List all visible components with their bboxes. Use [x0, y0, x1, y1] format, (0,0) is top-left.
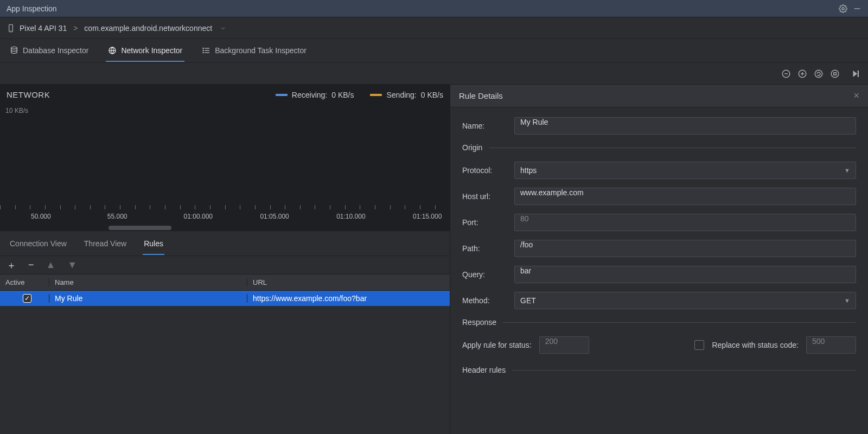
breadcrumb-device: Pixel 4 API 31: [20, 24, 67, 33]
header-rules-section: Header rules: [462, 366, 856, 374]
database-icon: [10, 46, 18, 55]
svg-point-11: [203, 50, 203, 50]
tick-label: 01:10.000: [335, 213, 412, 220]
svg-point-0: [842, 8, 844, 10]
receiving-swatch: [276, 94, 288, 96]
tab-connection-view[interactable]: Connection View: [9, 233, 68, 254]
origin-section: Origin: [462, 143, 856, 152]
svg-rect-20: [834, 72, 837, 75]
col-header-active[interactable]: Active: [0, 278, 49, 286]
tick-label: 01:15.000: [412, 213, 450, 220]
name-label: Name:: [462, 122, 507, 130]
network-chart[interactable]: NETWORK Receiving: 0 KB/s Sending: 0 KB/…: [0, 85, 450, 231]
tab-label: Network Inspector: [121, 46, 182, 55]
breadcrumb[interactable]: Pixel 4 API 31 > com.example.android.net…: [0, 17, 868, 39]
col-header-url[interactable]: URL: [247, 278, 450, 286]
replace-status-checkbox[interactable]: [694, 340, 704, 350]
network-title: NETWORK: [7, 90, 50, 99]
apply-status-input[interactable]: 200: [539, 336, 589, 354]
rules-table: Active Name URL ✓ My Rule https://www.ex…: [0, 275, 450, 434]
tab-background-inspector[interactable]: Background Task Inspector: [200, 40, 309, 62]
svg-point-19: [831, 70, 839, 78]
row-name: My Rule: [49, 294, 247, 303]
globe-icon: [108, 46, 117, 55]
timeline-axis[interactable]: 50.000 55.000 01:00.000 01:05.000 01:10.…: [0, 205, 450, 231]
chevron-down-icon: ▼: [844, 167, 850, 174]
method-label: Method:: [462, 296, 507, 305]
chevron-down-icon[interactable]: [220, 25, 226, 31]
sending-swatch: [370, 94, 382, 96]
remove-icon[interactable]: −: [28, 259, 34, 271]
tab-network-inspector[interactable]: Network Inspector: [106, 40, 184, 62]
close-icon[interactable]: ×: [853, 90, 859, 101]
apply-status-label: Apply rule for status:: [462, 341, 532, 349]
zoom-out-icon[interactable]: [781, 69, 791, 79]
tick-label: 01:00.000: [183, 213, 259, 220]
zoom-in-icon[interactable]: [797, 69, 807, 79]
table-row[interactable]: ✓ My Rule https://www.example.com/foo?ba…: [0, 291, 450, 306]
device-icon: [7, 24, 15, 33]
reset-zoom-icon[interactable]: [814, 69, 824, 79]
go-live-icon[interactable]: [851, 69, 860, 79]
y-axis-label: 10 KB/s: [5, 107, 450, 114]
list-icon: [202, 46, 210, 55]
svg-point-18: [815, 70, 822, 78]
query-label: Query:: [462, 270, 507, 279]
rules-toolbar: ＋ − ▲ ▼: [0, 256, 450, 275]
zoom-selection-icon[interactable]: [830, 69, 840, 79]
port-label: Port:: [462, 218, 507, 227]
svg-marker-21: [853, 71, 858, 77]
row-url: https://www.example.com/foo?bar: [247, 294, 450, 303]
tick-label: 55.000: [106, 213, 183, 220]
rule-details-title: Rule Details: [459, 91, 853, 100]
query-input[interactable]: bar: [514, 266, 856, 283]
rule-details-header: Rule Details ×: [450, 85, 868, 107]
path-label: Path:: [462, 244, 507, 253]
title-bar: App Inspection: [0, 0, 868, 17]
tab-database-inspector[interactable]: Database Inspector: [8, 40, 91, 62]
replace-status-input[interactable]: 500: [806, 336, 856, 354]
host-label: Host url:: [462, 192, 507, 201]
rules-subtabs: Connection View Thread View Rules: [0, 231, 450, 256]
chevron-down-icon: ▼: [844, 297, 850, 304]
minimize-icon[interactable]: [853, 4, 861, 13]
port-input[interactable]: 80: [514, 214, 856, 231]
tab-label: Database Inspector: [23, 46, 88, 55]
svg-point-4: [11, 47, 17, 49]
active-checkbox[interactable]: ✓: [23, 294, 31, 303]
legend-receiving: Receiving: 0 KB/s: [276, 91, 354, 99]
legend-sending: Sending: 0 KB/s: [370, 91, 443, 99]
tab-rules[interactable]: Rules: [143, 233, 164, 254]
svg-point-12: [203, 52, 203, 53]
gear-icon[interactable]: [839, 4, 847, 13]
tick-label: 01:05.000: [259, 213, 335, 220]
inspector-tabs: Database Inspector Network Inspector Bac…: [0, 39, 868, 63]
path-input[interactable]: /foo: [514, 240, 856, 257]
tab-thread-view[interactable]: Thread View: [83, 233, 127, 254]
timeline-scrollbar[interactable]: [108, 226, 171, 230]
add-icon[interactable]: ＋: [7, 259, 16, 272]
down-icon[interactable]: ▼: [67, 259, 77, 271]
breadcrumb-separator: >: [73, 24, 78, 33]
col-header-name[interactable]: Name: [49, 278, 247, 286]
svg-point-10: [203, 48, 203, 48]
svg-rect-22: [858, 71, 859, 77]
panel-title: App Inspection: [7, 4, 839, 13]
up-icon[interactable]: ▲: [46, 259, 56, 271]
method-select[interactable]: GET ▼: [514, 292, 856, 309]
host-input[interactable]: www.example.com: [514, 188, 856, 205]
protocol-select[interactable]: https ▼: [514, 162, 856, 179]
response-section: Response: [462, 318, 856, 327]
tick-label: 50.000: [30, 213, 106, 220]
tab-label: Background Task Inspector: [215, 46, 307, 55]
breadcrumb-process: com.example.android.networkconnect: [84, 24, 212, 33]
name-input[interactable]: My Rule: [514, 117, 856, 135]
replace-status-label: Replace with status code:: [712, 341, 799, 349]
network-toolbar: [0, 63, 868, 85]
protocol-label: Protocol:: [462, 166, 507, 175]
